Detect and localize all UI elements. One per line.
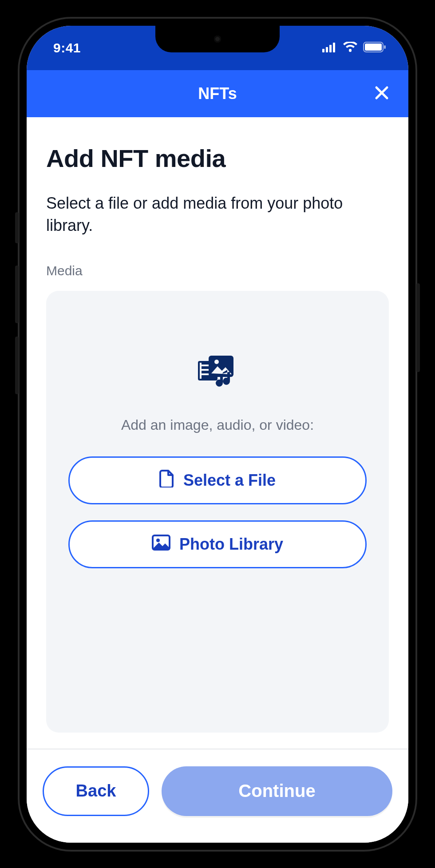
volume-up-button bbox=[15, 266, 19, 323]
content-area: Add NFT media Select a file or add media… bbox=[27, 117, 408, 749]
media-prompt: Add an image, audio, or video: bbox=[121, 417, 314, 433]
status-time: 9:41 bbox=[53, 40, 81, 55]
svg-point-15 bbox=[156, 539, 160, 542]
svg-rect-0 bbox=[322, 49, 324, 52]
power-button bbox=[416, 283, 420, 372]
phone-screen: 9:41 NFTs Add NFT media Select a fil bbox=[27, 26, 408, 843]
media-icon bbox=[196, 353, 239, 390]
select-file-button[interactable]: Select a File bbox=[68, 456, 367, 504]
nav-bar: NFTs bbox=[27, 70, 408, 117]
footer-bar: Back Continue bbox=[27, 749, 408, 843]
back-label: Back bbox=[76, 781, 116, 801]
file-icon bbox=[159, 470, 174, 491]
section-label: Media bbox=[46, 263, 389, 278]
page-subtitle: Select a file or add media from your pho… bbox=[46, 192, 389, 237]
photo-library-button[interactable]: Photo Library bbox=[68, 520, 367, 568]
nav-title: NFTs bbox=[198, 84, 237, 103]
svg-point-4 bbox=[349, 49, 352, 52]
close-button[interactable] bbox=[373, 84, 391, 103]
continue-label: Continue bbox=[238, 781, 315, 801]
cellular-icon bbox=[322, 40, 337, 55]
svg-point-13 bbox=[214, 360, 219, 364]
side-button bbox=[15, 212, 19, 243]
svg-rect-2 bbox=[329, 45, 332, 52]
notch bbox=[155, 26, 280, 52]
svg-rect-1 bbox=[326, 47, 328, 52]
close-icon bbox=[373, 84, 391, 102]
wifi-icon bbox=[343, 40, 358, 55]
page-title: Add NFT media bbox=[46, 144, 389, 173]
select-file-label: Select a File bbox=[183, 471, 276, 490]
phone-frame: 9:41 NFTs Add NFT media Select a fil bbox=[18, 17, 417, 852]
volume-down-button bbox=[15, 337, 19, 394]
battery-icon bbox=[363, 40, 386, 55]
image-icon bbox=[152, 535, 170, 555]
svg-rect-6 bbox=[365, 44, 382, 51]
status-icons bbox=[322, 40, 386, 55]
svg-rect-3 bbox=[333, 43, 335, 52]
media-upload-card: Add an image, audio, or video: Select a … bbox=[46, 291, 389, 732]
photo-library-label: Photo Library bbox=[179, 535, 283, 554]
back-button[interactable]: Back bbox=[43, 766, 149, 816]
svg-rect-7 bbox=[384, 45, 386, 49]
continue-button[interactable]: Continue bbox=[162, 766, 392, 816]
